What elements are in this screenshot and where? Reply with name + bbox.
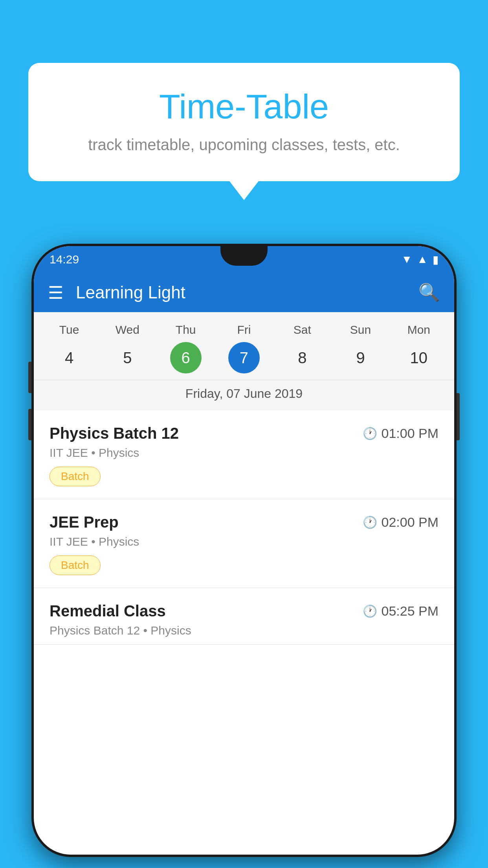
schedule-subtitle: Physics Batch 12 • Physics: [50, 624, 438, 637]
schedule-item-header: JEE Prep🕐 02:00 PM: [50, 513, 438, 531]
calendar-strip: Tue4Wed5Thu6Fri7Sat8Sun9Mon10 Friday, 07…: [34, 312, 454, 410]
volume-down-button: [28, 409, 31, 440]
app-bar: ☰ Learning Light 🔍: [34, 273, 454, 312]
battery-icon: ▮: [433, 253, 438, 266]
power-button: [457, 393, 460, 440]
day-col-thu[interactable]: Thu6: [170, 323, 202, 380]
speech-bubble: Time-Table track timetable, upcoming cla…: [28, 63, 460, 181]
day-number[interactable]: 5: [112, 342, 143, 373]
status-icons: ▼ ▲ ▮: [402, 253, 438, 266]
schedule-item[interactable]: Physics Batch 12🕐 01:00 PMIIT JEE • Phys…: [34, 410, 454, 499]
selected-date-label: Friday, 07 June 2019: [34, 380, 454, 410]
days-header: Tue4Wed5Thu6Fri7Sat8Sun9Mon10: [34, 323, 454, 380]
day-col-tue[interactable]: Tue4: [53, 323, 85, 380]
day-number[interactable]: 4: [53, 342, 85, 373]
phone-wrapper: 14:29 ▼ ▲ ▮ ☰ Learning Light 🔍 Tue4Wed5T…: [31, 244, 457, 857]
schedule-list: Physics Batch 12🕐 01:00 PMIIT JEE • Phys…: [34, 410, 454, 645]
schedule-subtitle: IIT JEE • Physics: [50, 535, 438, 548]
search-icon[interactable]: 🔍: [418, 282, 440, 303]
day-number[interactable]: 8: [286, 342, 318, 373]
phone-outer: 14:29 ▼ ▲ ▮ ☰ Learning Light 🔍 Tue4Wed5T…: [31, 244, 457, 857]
schedule-title: JEE Prep: [50, 513, 119, 531]
day-col-mon[interactable]: Mon10: [403, 323, 435, 380]
clock-icon: 🕐: [363, 427, 377, 440]
day-number[interactable]: 9: [345, 342, 376, 373]
app-bar-title: Learning Light: [76, 283, 418, 302]
schedule-time: 🕐 02:00 PM: [363, 515, 438, 530]
bubble-subtitle: track timetable, upcoming classes, tests…: [52, 136, 436, 154]
clock-icon: 🕐: [363, 515, 377, 529]
day-name: Thu: [176, 323, 196, 337]
day-col-sun[interactable]: Sun9: [345, 323, 376, 380]
phone-screen: 14:29 ▼ ▲ ▮ ☰ Learning Light 🔍 Tue4Wed5T…: [34, 246, 454, 855]
schedule-time: 🕐 05:25 PM: [363, 603, 438, 619]
day-name: Sun: [350, 323, 371, 337]
notch: [220, 246, 268, 266]
day-col-sat[interactable]: Sat8: [286, 323, 318, 380]
schedule-title: Remedial Class: [50, 602, 166, 620]
schedule-item-header: Remedial Class🕐 05:25 PM: [50, 602, 438, 620]
batch-badge: Batch: [50, 555, 101, 575]
day-name: Mon: [407, 323, 430, 337]
day-name: Fri: [237, 323, 251, 337]
schedule-item-header: Physics Batch 12🕐 01:00 PM: [50, 425, 438, 442]
status-time: 14:29: [50, 253, 79, 266]
day-number[interactable]: 10: [403, 342, 435, 373]
schedule-time: 🕐 01:00 PM: [363, 426, 438, 441]
schedule-subtitle: IIT JEE • Physics: [50, 446, 438, 460]
day-number[interactable]: 6: [170, 342, 202, 373]
day-name: Tue: [59, 323, 79, 337]
batch-badge: Batch: [50, 467, 101, 486]
bubble-title: Time-Table: [52, 86, 436, 127]
clock-icon: 🕐: [363, 604, 377, 618]
schedule-item[interactable]: JEE Prep🕐 02:00 PMIIT JEE • PhysicsBatch: [34, 499, 454, 588]
volume-up-button: [28, 362, 31, 393]
day-name: Sat: [294, 323, 311, 337]
wifi-icon: ▼: [402, 253, 413, 266]
day-number[interactable]: 7: [228, 342, 260, 373]
day-col-fri[interactable]: Fri7: [228, 323, 260, 380]
schedule-title: Physics Batch 12: [50, 425, 179, 442]
status-bar: 14:29 ▼ ▲ ▮: [34, 246, 454, 273]
schedule-item[interactable]: Remedial Class🕐 05:25 PMPhysics Batch 12…: [34, 588, 454, 645]
hamburger-icon[interactable]: ☰: [48, 283, 63, 303]
signal-icon: ▲: [417, 253, 428, 266]
day-name: Wed: [116, 323, 139, 337]
day-col-wed[interactable]: Wed5: [112, 323, 143, 380]
